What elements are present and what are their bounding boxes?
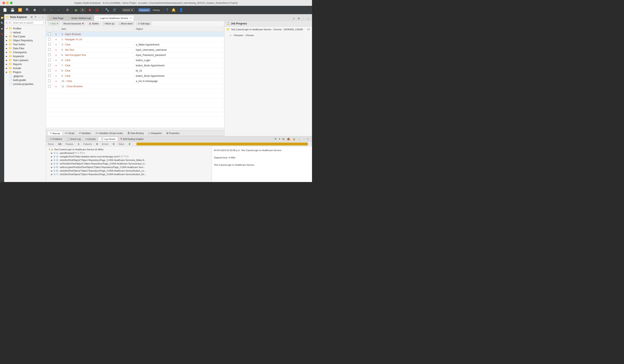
table-row[interactable]: ✕ 8 - Click td_22 <box>46 68 224 73</box>
stop-button[interactable]: ⏹ <box>87 7 93 13</box>
new-file-button[interactable]: 📄 <box>2 7 8 13</box>
explorer-expand-button[interactable]: ⊞ <box>30 15 33 19</box>
save-button[interactable]: 💾 <box>9 7 16 13</box>
tree-item-include[interactable]: ▶ 📁 Include <box>4 66 46 70</box>
log-item-6[interactable]: ▶ ⚙ 6 - click(findTestObject("Object Rep… <box>48 169 210 173</box>
minimize-button[interactable] <box>6 2 9 4</box>
bp-more-button[interactable]: ⋮ <box>297 137 302 141</box>
debug-run-button[interactable]: 🐞 <box>94 7 100 13</box>
bp-tab-self-healing[interactable]: ✚ Self-healing Insights <box>118 137 146 141</box>
row-checkbox[interactable] <box>46 58 53 63</box>
bp-minimize-button[interactable]: − <box>302 137 306 141</box>
explorer-filter-button[interactable]: ≡ <box>5 21 8 24</box>
bp-view-arrow[interactable]: ▼ <box>279 138 281 140</box>
table-row[interactable]: ✕ 4 - Set Text input_Username_username <box>46 47 224 53</box>
tree-item-profiles[interactable]: ▼ 📁 Profiles <box>4 26 46 30</box>
job-progress-item-2[interactable]: ✓ <Passed> - Chrome <box>224 32 312 38</box>
tab-studio-walkthrough[interactable]: ★ Studio Walkthrough <box>66 15 94 21</box>
keyword-button[interactable]: Keyword <box>138 8 151 12</box>
table-row[interactable]: ✕ 11 - Close Browser <box>46 84 224 89</box>
tab-login-healthcare[interactable]: 📄 Login to Healthcare Service ✕ <box>94 15 134 21</box>
tree-item-checkpoints[interactable]: ▶ 📁 Checkpoints <box>4 50 46 54</box>
tree-item-default[interactable]: ⊙ default <box>4 30 46 34</box>
table-row[interactable]: ✕ 5 - Set Encrypted Text input_Password_… <box>46 53 224 58</box>
forward-button[interactable]: → <box>55 7 61 13</box>
job-progress-item-1[interactable]: 📁 Test Cases/Login to Healthcare Service… <box>224 26 312 32</box>
table-row[interactable]: ✕ 6 - Click button_Login <box>46 58 224 63</box>
row-checkbox[interactable] <box>46 84 53 89</box>
row-checkbox[interactable] <box>46 73 53 79</box>
log-item-7[interactable]: ▶ ⚙ 7 - click(findTestObject("Object Rep… <box>48 173 210 176</box>
table-row[interactable]: ✕ 9 - Click button_Book Appointment <box>46 73 224 79</box>
tab-data-binding[interactable]: 🗄 Data Binding <box>125 131 146 135</box>
tree-item-data-files[interactable]: ▶ 📁 Data Files <box>4 46 46 50</box>
explorer-icon[interactable]: 📁 <box>0 16 4 20</box>
row-checkbox[interactable] <box>46 32 53 37</box>
row-checkbox[interactable] <box>46 37 53 42</box>
tab-variables[interactable]: ✕ Variables <box>77 131 93 135</box>
delete-button[interactable]: 🗑 Delete <box>87 22 101 25</box>
log-item-4[interactable]: ▶ ⚙ 4 - setText(findTestObject("Object R… <box>48 162 210 165</box>
help-button[interactable]: ? <box>165 7 169 13</box>
tree-item-reports[interactable]: ▶ 📁 Reports <box>4 62 46 66</box>
tree-item-test-suites[interactable]: ▶ 📁 Test Suites <box>4 42 46 46</box>
edit-tags-button[interactable]: 🏷 Edit tags <box>136 22 152 25</box>
bp-copy-button[interactable]: ⊞ <box>282 137 285 141</box>
spy-button[interactable]: 🔍 <box>24 7 31 13</box>
add-button[interactable]: ➕ <box>41 7 48 13</box>
row-checkbox[interactable] <box>46 47 53 53</box>
settings-button[interactable]: ⚙ <box>65 7 70 13</box>
recent-keywords-button[interactable]: Recent keywords ▼ <box>62 22 86 25</box>
tab-maximize-button[interactable]: □ <box>306 17 310 21</box>
tree-item-object-repository[interactable]: ▶ 📁 Object Repository <box>4 38 46 42</box>
user-button[interactable]: 👤 <box>178 7 184 13</box>
bp-tab-log-viewer[interactable]: 📋 Log Viewer <box>98 137 118 141</box>
explorer-sync-button[interactable]: ↻ <box>34 15 37 19</box>
git-button[interactable]: 🔀 <box>17 7 24 13</box>
bp-lock-button[interactable]: 🔒 <box>292 137 297 141</box>
explorer-search-input[interactable] <box>12 21 44 25</box>
search-icon[interactable]: 🔍 <box>0 21 4 25</box>
move-up-button[interactable]: ↑ Move up <box>102 22 116 25</box>
explorer-minimize-button[interactable]: − <box>38 15 41 19</box>
log-item-2[interactable]: ▶ ⚙ 2 - navigateToUrl("https://katalon-d… <box>48 155 210 159</box>
bp-view-button[interactable]: 👁 <box>274 137 278 141</box>
tab-variables-script[interactable]: </> Variables (Script mode) <box>93 131 125 135</box>
tab-options-button[interactable]: ≡ <box>292 17 295 21</box>
tab-start-page[interactable]: ★ Start Page <box>48 15 66 21</box>
tree-item-plugins[interactable]: ▶ 📁 Plugins <box>4 70 46 74</box>
log-item-3[interactable]: ▶ ⚙ 3 - click(findTestObject("Object Rep… <box>48 159 210 162</box>
run-dropdown[interactable]: ▼ <box>80 8 85 12</box>
tab-split-button[interactable]: ⊞ <box>297 16 301 21</box>
bp-tab-problems[interactable]: ⚠ Problems <box>48 137 64 141</box>
notifications-button[interactable]: 🔔 <box>170 7 177 13</box>
tab-close-button[interactable]: ✕ <box>130 17 132 19</box>
bp-tab-event-log[interactable]: 📋 Event Log <box>65 137 83 141</box>
tree-item-keywords[interactable]: ▶ 📁 Keywords <box>4 54 46 58</box>
table-row[interactable]: ✕ 1 - Open Browser <box>46 32 224 37</box>
log-item-5[interactable]: ▶ ⚙ 5 - setEncryptedText(findTestObject(… <box>48 165 210 169</box>
explorer-maximize-button[interactable]: □ <box>41 15 44 19</box>
run-icon[interactable]: ▶ <box>1 27 3 30</box>
debug-button[interactable]: Debug <box>151 8 161 12</box>
bp-tab-console[interactable]: > Console <box>83 137 98 141</box>
tree-item-gitignore[interactable]: ▶ 📄 .gitignore <box>4 74 46 78</box>
bp-export-button[interactable]: 📤 <box>286 137 291 141</box>
horizontal-scrollbar[interactable] <box>46 128 224 130</box>
row-checkbox[interactable] <box>46 68 53 73</box>
tree-item-test-cases[interactable]: ▶ 📁 Test Cases <box>4 34 46 38</box>
row-checkbox[interactable] <box>46 42 53 47</box>
row-checkbox[interactable] <box>46 63 53 68</box>
debug-icon[interactable]: 🐞 <box>0 32 4 36</box>
add-step-button[interactable]: + Add ▼ <box>48 22 60 25</box>
run-button[interactable]: ▶ <box>74 7 79 13</box>
table-row[interactable]: ✕ 7 - Click button_Book Appointment <box>46 63 224 68</box>
profile-dropdown[interactable]: default ▼ <box>122 8 134 12</box>
tab-script[interactable]: </> Script <box>63 131 77 135</box>
tree-item-console-properties[interactable]: ▶ 📄 console.properties <box>4 82 46 86</box>
close-button[interactable] <box>2 2 5 4</box>
log-item-root[interactable]: ▼ ▶ Test Cases/Login to Healthcare Servi… <box>48 148 210 151</box>
maximize-button[interactable] <box>10 2 13 4</box>
row-checkbox[interactable] <box>46 53 53 58</box>
table-row[interactable]: ✕ 10 - Click a_Go to Homepage <box>46 79 224 84</box>
